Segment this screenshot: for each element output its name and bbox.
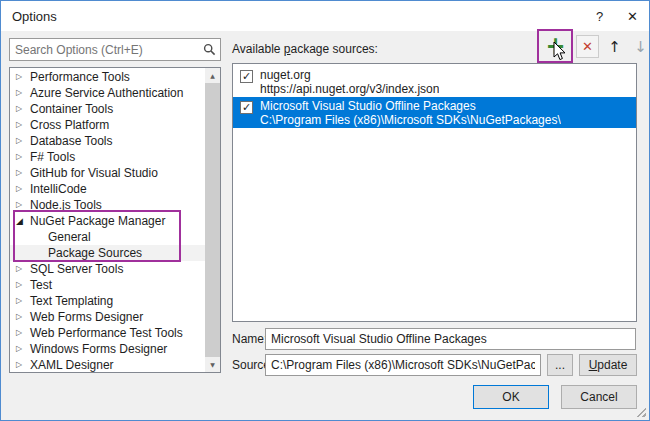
add-source-button[interactable]: + xyxy=(541,32,570,60)
move-up-button[interactable]: ↑ xyxy=(603,35,626,58)
window-title: Options xyxy=(12,9,57,24)
collapsed-arrow-icon[interactable]: ▷ xyxy=(16,101,27,117)
tree-item-label: SQL Server Tools xyxy=(30,262,123,276)
collapsed-arrow-icon[interactable]: ▷ xyxy=(16,277,27,293)
tree-item-web-forms-designer[interactable]: ▷Web Forms Designer xyxy=(10,309,205,325)
collapsed-arrow-icon[interactable]: ▷ xyxy=(16,309,27,325)
tree-item-sql-server-tools[interactable]: ▷SQL Server Tools xyxy=(10,261,205,277)
package-source-row[interactable]: ✓nuget.orghttps://api.nuget.org/v3/index… xyxy=(233,66,636,97)
collapsed-arrow-icon[interactable]: ▷ xyxy=(16,181,27,197)
tree-item-label: XAML Designer xyxy=(30,358,114,372)
tree-item-label: Text Templating xyxy=(30,294,113,308)
help-button[interactable]: ? xyxy=(583,1,616,31)
scroll-up-icon[interactable]: ▲ xyxy=(205,68,220,83)
tree-item-windows-forms-designer[interactable]: ▷Windows Forms Designer xyxy=(10,341,205,357)
collapsed-arrow-icon[interactable]: ▷ xyxy=(16,197,27,213)
source-text: nuget.orghttps://api.nuget.org/v3/index.… xyxy=(260,68,439,96)
collapsed-arrow-icon[interactable]: ▷ xyxy=(16,133,27,149)
source-text: Microsoft Visual Studio Offline Packages… xyxy=(260,99,561,127)
tree-item-node-js-tools[interactable]: ▷Node.js Tools xyxy=(10,197,205,213)
search-icon[interactable] xyxy=(198,39,220,60)
scrollbar-thumb[interactable] xyxy=(205,83,220,357)
titlebar: Options ? ✕ xyxy=(1,1,649,31)
available-label-post: ackage sources: xyxy=(291,42,378,56)
tree-item-label: IntelliCode xyxy=(30,182,87,196)
collapsed-arrow-icon[interactable]: ▷ xyxy=(16,325,27,341)
update-label-accel: U xyxy=(589,358,598,372)
options-tree: ▷Performance Tools▷Azure Service Authent… xyxy=(9,67,221,373)
update-button[interactable]: Update xyxy=(579,354,637,376)
collapsed-arrow-icon[interactable]: ▷ xyxy=(16,165,27,181)
browse-button[interactable]: ... xyxy=(547,354,573,376)
expanded-arrow-icon[interactable]: ◢ xyxy=(16,213,27,229)
collapsed-arrow-icon[interactable]: ▷ xyxy=(16,293,27,309)
tree-item-label: Test xyxy=(30,278,52,292)
available-label-pre: Available xyxy=(232,42,284,56)
source-url: https://api.nuget.org/v3/index.json xyxy=(260,82,439,96)
tree-item-label: General xyxy=(48,230,91,244)
tree-item-general[interactable]: General xyxy=(10,229,205,245)
tree-item-github-for-visual-studio[interactable]: ▷GitHub for Visual Studio xyxy=(10,165,205,181)
tree-item-label: Web Forms Designer xyxy=(30,310,143,324)
tree-item-xaml-designer[interactable]: ▷XAML Designer xyxy=(10,357,205,373)
package-source-row[interactable]: ✓Microsoft Visual Studio Offline Package… xyxy=(233,97,636,128)
tree-item-label: Azure Service Authentication xyxy=(30,86,183,100)
name-input[interactable] xyxy=(265,328,636,350)
tree-item-azure-service-authentication[interactable]: ▷Azure Service Authentication xyxy=(10,85,205,101)
tree-item-label: Node.js Tools xyxy=(30,198,102,212)
available-label-accel: p xyxy=(284,42,291,56)
cancel-button[interactable]: Cancel xyxy=(561,385,637,409)
collapsed-arrow-icon[interactable]: ▷ xyxy=(16,69,27,85)
remove-source-button[interactable]: ✕ xyxy=(576,35,599,58)
name-label: Name: xyxy=(232,332,267,346)
tree-item-test[interactable]: ▷Test xyxy=(10,277,205,293)
collapsed-arrow-icon[interactable]: ▷ xyxy=(16,357,27,373)
tree-item-label: GitHub for Visual Studio xyxy=(30,166,158,180)
tree-item-label: Windows Forms Designer xyxy=(30,342,167,356)
tree-item-intellicode[interactable]: ▷IntelliCode xyxy=(10,181,205,197)
source-enabled-checkbox[interactable]: ✓ xyxy=(240,101,253,114)
collapsed-arrow-icon[interactable]: ▷ xyxy=(16,261,27,277)
tree-item-package-sources[interactable]: Package Sources xyxy=(10,245,205,261)
tree-item-database-tools[interactable]: ▷Database Tools xyxy=(10,133,205,149)
available-sources-label: Available package sources: xyxy=(232,42,378,56)
tree-item-f-tools[interactable]: ▷F# Tools xyxy=(10,149,205,165)
tree-item-label: Performance Tools xyxy=(30,70,130,84)
tree-item-label: F# Tools xyxy=(30,150,75,164)
tree-item-web-performance-test-tools[interactable]: ▷Web Performance Test Tools xyxy=(10,325,205,341)
tree-item-label: Package Sources xyxy=(48,246,142,260)
options-dialog: Options ? ✕ ▷Performance Tools▷Azure Ser… xyxy=(0,0,650,421)
ok-button[interactable]: OK xyxy=(473,385,549,409)
collapsed-arrow-icon[interactable]: ▷ xyxy=(16,85,27,101)
tree-item-text-templating[interactable]: ▷Text Templating xyxy=(10,293,205,309)
source-name: Microsoft Visual Studio Offline Packages xyxy=(260,99,561,113)
collapsed-arrow-icon[interactable]: ▷ xyxy=(16,117,27,133)
source-name: nuget.org xyxy=(260,68,439,82)
tree-item-label: NuGet Package Manager xyxy=(30,214,165,228)
tree-item-cross-platform[interactable]: ▷Cross Platform xyxy=(10,117,205,133)
tree-item-label: Cross Platform xyxy=(30,118,109,132)
source-enabled-checkbox[interactable]: ✓ xyxy=(240,70,253,83)
tree-item-label: Web Performance Test Tools xyxy=(30,326,183,340)
tree-item-label: Container Tools xyxy=(30,102,113,116)
scroll-down-icon[interactable]: ▼ xyxy=(205,357,220,372)
tree-item-nuget-package-manager[interactable]: ◢NuGet Package Manager xyxy=(10,213,205,229)
tree-item-label: Database Tools xyxy=(30,134,113,148)
collapsed-arrow-icon[interactable]: ▷ xyxy=(16,149,27,165)
search-options-input[interactable] xyxy=(10,43,198,57)
tree-scrollbar[interactable]: ▲ ▼ xyxy=(205,68,220,372)
source-url: C:\Program Files (x86)\Microsoft SDKs\Nu… xyxy=(260,113,561,127)
search-options-box xyxy=(9,38,221,61)
collapsed-arrow-icon[interactable]: ▷ xyxy=(16,341,27,357)
move-down-button[interactable]: ↓ xyxy=(629,35,650,58)
tree-item-performance-tools[interactable]: ▷Performance Tools xyxy=(10,69,205,85)
source-input[interactable] xyxy=(265,354,541,376)
package-source-list: ✓nuget.orghttps://api.nuget.org/v3/index… xyxy=(232,63,637,322)
tree-item-container-tools[interactable]: ▷Container Tools xyxy=(10,101,205,117)
close-button[interactable]: ✕ xyxy=(616,1,649,31)
update-label-rest: pdate xyxy=(597,358,627,372)
